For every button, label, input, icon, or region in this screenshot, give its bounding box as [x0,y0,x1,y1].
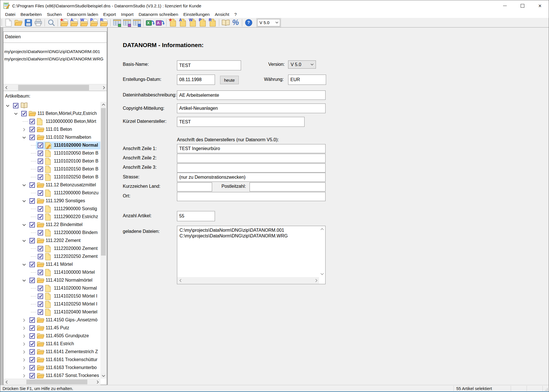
filelist-hscroll-thumb[interactable] [18,85,89,90]
expand-icon[interactable] [22,128,26,132]
expand-icon[interactable] [22,374,26,378]
search-icon[interactable] [46,18,56,27]
load-articles-icon[interactable]: ★ [59,18,69,27]
waehrung-input[interactable] [288,75,326,85]
load-r-records-icon[interactable]: R [99,18,109,27]
scroll-right-icon[interactable] [95,379,100,385]
postleitzahl-input[interactable] [250,182,326,191]
scroll-right-icon[interactable] [314,278,318,283]
tree-item[interactable]: 111.6167 Sonst.Trockenes [4,372,100,379]
write-r-records-icon[interactable]: R [208,18,218,27]
scroll-left-icon[interactable] [178,278,183,283]
tree-checkbox[interactable] [29,325,35,331]
expand-icon[interactable] [22,366,26,370]
minimize-button[interactable] [496,0,514,11]
tree-checkbox[interactable] [29,278,35,283]
write-a-records-icon[interactable]: A [178,18,188,27]
expand-icon[interactable] [22,326,26,330]
tree-checkbox[interactable] [29,317,35,323]
tree-hscroll-thumb[interactable] [26,380,87,384]
scroll-up-icon[interactable] [319,227,325,231]
tree-checkbox[interactable] [21,111,27,116]
tree-checkbox[interactable] [38,309,43,315]
maximize-button[interactable] [514,0,531,11]
file-list[interactable]: my\projects\DataNorm\DNG\zip\DATANORM.00… [3,43,107,84]
collapse-icon[interactable] [22,223,26,227]
scroll-right-icon[interactable] [101,84,107,91]
tree-item[interactable]: 111.4150 Gips-,Ansetzmö [4,316,100,324]
anschrift2-input[interactable] [177,154,326,163]
close-button[interactable]: ✕ [531,0,549,11]
export-access-icon[interactable]: A [155,18,165,27]
tree-item[interactable]: 111.6163 Trockenunterbo [4,364,100,372]
tree-checkbox[interactable] [29,119,35,124]
article-tree[interactable]: 111 Beton,Mörtel,Putz,Estrich11100000000… [4,102,100,379]
table-view-blue-icon[interactable] [132,18,142,27]
strasse-input[interactable] [177,173,326,182]
scroll-down-icon[interactable] [100,373,106,379]
tree-checkbox[interactable] [38,302,43,307]
anzahl-artikel-input[interactable] [177,211,215,221]
tree-item[interactable]: 111.6141 Zementestrich Z [4,348,100,356]
export-excel-icon[interactable]: X [145,18,155,27]
tree-checkbox[interactable] [38,167,43,172]
load-w-records-icon[interactable]: W [79,18,89,27]
menu-suchen[interactable]: Suchen [44,11,64,18]
tree-checkbox[interactable] [29,198,35,204]
tree-item[interactable]: 11112900000 Sonstig [4,205,100,213]
files-hscrollbar[interactable] [178,277,319,284]
tree-checkbox[interactable] [38,214,43,220]
expand-icon[interactable] [22,342,26,346]
tree-checkbox[interactable] [29,333,35,339]
tree-item[interactable]: 11112000000 Betonzu [4,189,100,197]
dateninhalt-input[interactable] [177,90,326,100]
tree-item[interactable]: 11141020400 Moertel [4,308,100,316]
tree-item[interactable]: 111.01 Beton [4,126,100,134]
kurzzeichen-land-input[interactable] [177,182,212,191]
copyright-input[interactable] [177,104,326,113]
tree-checkbox[interactable] [38,246,43,251]
scroll-up-icon[interactable] [100,102,106,108]
expand-icon[interactable] [22,334,26,338]
kuerzel-input[interactable] [177,117,305,127]
table-view-green-icon[interactable] [112,18,122,27]
collapse-icon[interactable] [22,136,26,140]
menu-einstellungen[interactable]: Einstellungen [181,11,212,18]
tree-item[interactable]: 111.4102 Normalmörtel [4,277,100,284]
tree-checkbox[interactable] [38,270,43,275]
tree-item[interactable]: 111.41 Mörtel [4,261,100,269]
menu-bearbeiten[interactable]: Bearbeiten [18,11,44,18]
tree-vscroll-thumb[interactable] [101,108,106,256]
anschrift1-input[interactable] [177,144,326,153]
tree-item[interactable]: 111.6161 Trockenschüttur [4,356,100,364]
tree-checkbox[interactable] [29,349,35,355]
erstellungs-datum-input[interactable] [177,75,215,85]
book-icon[interactable] [221,18,231,27]
geladene-dateien-box[interactable]: C:\my\projects\DataNorm\DNG\zip\DATANORM… [177,226,326,284]
toolbar-grip[interactable] [1,19,2,26]
tree-checkbox[interactable] [38,206,43,212]
open-file-icon[interactable] [13,18,23,27]
collapse-icon[interactable] [22,279,26,283]
expand-icon[interactable] [22,318,26,322]
tree-checkbox[interactable] [38,159,43,164]
tree-checkbox[interactable] [29,262,35,267]
tree-item[interactable]: 11141020150 Mörtel I [4,292,100,300]
tree-item[interactable]: 111.45 Putz [4,324,100,332]
tree-item[interactable]: 11101020150 Beton B [4,165,100,173]
tree-checkbox[interactable] [29,222,35,227]
tree-item[interactable]: 11100000000 Beton,Mört [4,118,100,126]
write-articles-icon[interactable]: ★ [168,18,178,27]
tree-item-selected[interactable]: 11101020000 Normal [4,142,100,149]
tree-item[interactable]: 11141020250 Mörtel I [4,300,100,308]
tree-checkbox[interactable] [38,230,43,235]
files-vscrollbar[interactable] [319,226,325,277]
collapse-icon[interactable] [22,239,26,243]
filelist-hscrollbar[interactable] [3,84,107,91]
version-select[interactable]: V 5.0 [288,60,316,69]
scroll-left-icon[interactable] [3,84,9,91]
tree-vscrollbar[interactable] [100,102,106,379]
menu-ansicht[interactable]: Ansicht [212,11,232,18]
basis-name-input[interactable] [177,60,241,70]
write-w-records-icon[interactable]: W [188,18,198,27]
